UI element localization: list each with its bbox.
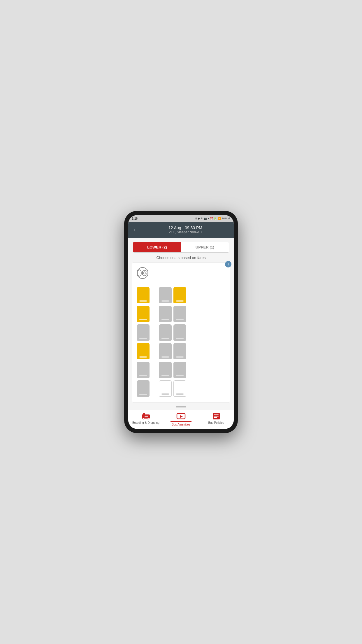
table-row	[137, 324, 225, 341]
seat[interactable]	[137, 324, 150, 341]
tab-upper[interactable]: UPPER (1)	[181, 242, 229, 252]
seat-group-right	[159, 362, 186, 378]
header-info: 12 Aug - 09:30 PM 2+1, Sleeper,Non-AC	[142, 225, 229, 234]
seat[interactable]	[137, 287, 150, 303]
svg-rect-6	[143, 413, 145, 415]
seatmap-wrapper: i	[132, 262, 230, 403]
status-bar: 3:16 ⊟ ▶ ↻ 📷 • ⏰ 🔋 📶 76% ↺	[128, 215, 234, 222]
svg-point-7	[143, 418, 144, 419]
seat[interactable]	[137, 362, 150, 378]
svg-marker-12	[180, 415, 183, 418]
table-row	[137, 343, 225, 359]
header-date: 12 Aug - 09:30 PM	[142, 225, 229, 230]
seat-group-left	[137, 306, 150, 322]
seat-group-right	[159, 343, 186, 359]
subtitle: Choose seats based on fares	[128, 256, 234, 260]
info-icon-button[interactable]: i	[225, 261, 231, 267]
seat[interactable]	[173, 380, 186, 397]
seat[interactable]	[159, 287, 172, 303]
seat[interactable]	[159, 380, 172, 397]
seat-group-left	[137, 287, 150, 303]
svg-rect-15	[214, 416, 219, 417]
seatmap-box	[132, 262, 230, 403]
svg-rect-9	[145, 416, 146, 417]
tab-policies[interactable]: Bus Policies	[198, 412, 234, 426]
tab-active-line	[171, 421, 191, 422]
seat-group-right	[159, 380, 186, 397]
seat[interactable]	[159, 343, 172, 359]
tab-amenities-label: Bus Amenities	[172, 423, 190, 426]
scroll-handle	[176, 406, 186, 407]
seat[interactable]	[159, 324, 172, 341]
svg-rect-16	[214, 417, 217, 418]
table-row	[137, 362, 225, 378]
svg-point-8	[147, 418, 149, 419]
seat[interactable]	[173, 306, 186, 322]
seat[interactable]	[137, 306, 150, 322]
table-row	[137, 306, 225, 322]
seat[interactable]	[159, 306, 172, 322]
seat-rows	[137, 287, 225, 397]
svg-point-1	[144, 272, 146, 274]
seat-group-left	[137, 362, 150, 378]
tab-boarding-label: Boarding & Dropping	[132, 421, 159, 424]
header: ← 12 Aug - 09:30 PM 2+1, Sleeper,Non-AC	[128, 222, 234, 238]
table-row	[137, 380, 225, 397]
seat-group-left	[137, 324, 150, 341]
svg-rect-14	[214, 414, 219, 415]
bottom-tab-bar: Boarding & Dropping Bus Amenities	[128, 410, 234, 429]
boarding-icon	[141, 412, 150, 420]
seat-group-right	[159, 306, 186, 322]
seat[interactable]	[173, 324, 186, 341]
seat[interactable]	[137, 380, 150, 397]
table-row	[137, 287, 225, 303]
tab-amenities[interactable]: Bus Amenities	[164, 412, 199, 426]
seat-group-right	[159, 287, 186, 303]
seat[interactable]	[173, 362, 186, 378]
status-time: 3:16	[132, 217, 138, 220]
phone-screen: 3:16 ⊟ ▶ ↻ 📷 • ⏰ 🔋 📶 76% ↺ ← 12 Aug - 09…	[128, 215, 234, 429]
seat-group-left	[137, 380, 150, 397]
tab-policies-label: Bus Policies	[208, 421, 224, 424]
seat[interactable]	[173, 287, 186, 303]
back-button[interactable]: ←	[133, 227, 138, 232]
tab-boarding[interactable]: Boarding & Dropping	[128, 412, 164, 426]
status-icons: ⊟ ▶ ↻ 📷 • ⏰ 🔋 📶 76% ↺	[195, 217, 230, 220]
steering-wheel-icon	[137, 267, 148, 279]
amenities-icon	[176, 412, 186, 420]
seat[interactable]	[173, 343, 186, 359]
seat-group-left	[137, 343, 150, 359]
svg-rect-10	[146, 416, 148, 417]
seat[interactable]	[159, 362, 172, 378]
policies-icon	[212, 412, 221, 420]
seat[interactable]	[137, 343, 150, 359]
phone-frame: 3:16 ⊟ ▶ ↻ 📷 • ⏰ 🔋 📶 76% ↺ ← 12 Aug - 09…	[124, 211, 238, 433]
tab-lower[interactable]: LOWER (2)	[133, 242, 181, 252]
seat-group-right	[159, 324, 186, 341]
header-bus-type: 2+1, Sleeper,Non-AC	[142, 230, 229, 234]
deck-tabs: LOWER (2) UPPER (1)	[133, 242, 229, 253]
